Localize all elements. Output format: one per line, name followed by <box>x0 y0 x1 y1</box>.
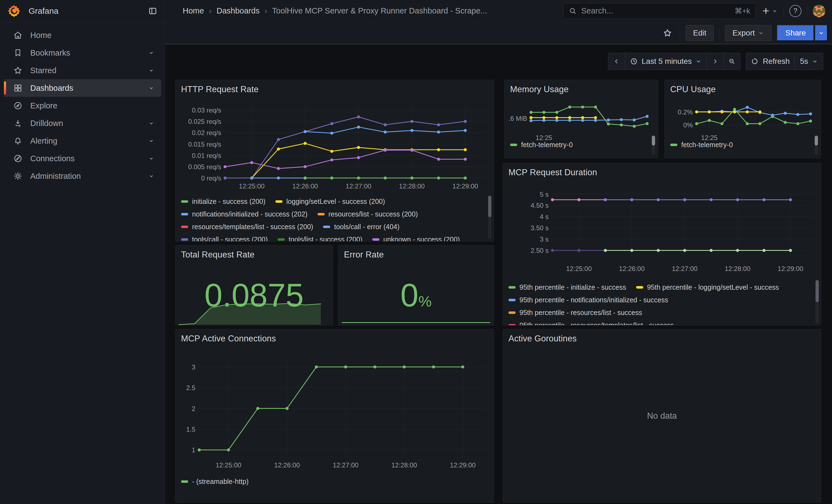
panel-title[interactable]: HTTP Request Rate <box>181 84 259 95</box>
scrollbar-thumb[interactable] <box>815 280 819 302</box>
sidebar-item-alerting[interactable]: Alerting <box>4 132 161 150</box>
breadcrumb-home[interactable]: Home <box>183 6 204 16</box>
data-point <box>403 365 406 368</box>
y-axis-tick: 3 s <box>540 236 549 243</box>
panel-title[interactable]: CPU Usage <box>670 84 716 95</box>
mcp-request-duration-chart[interactable]: 2.50 s3 s3.50 s4 s4.50 s5 s12:25:0012:26… <box>509 179 816 279</box>
panel-title[interactable]: Memory Usage <box>510 84 569 95</box>
data-point <box>411 149 414 152</box>
edit-button[interactable]: Edit <box>686 25 714 41</box>
panel-mcp-request-duration: MCP Request Duration 2.50 s3 s3.50 s4 s4… <box>503 163 821 325</box>
legend-item[interactable]: resources/list - success (200) <box>317 210 418 218</box>
legend-scrollbar[interactable] <box>815 135 818 155</box>
data-point <box>736 249 739 252</box>
help-button[interactable]: ? <box>789 5 802 17</box>
legend-scrollbar[interactable] <box>488 195 491 239</box>
legend-item[interactable]: unknown - success (200) <box>372 236 460 242</box>
data-point <box>277 138 280 141</box>
scrollbar-thumb[interactable] <box>815 136 818 145</box>
legend-label: tools/call - error (404) <box>334 223 399 231</box>
y-axis-tick: 1.5 <box>186 426 196 433</box>
sidebar-item-administration[interactable]: Administration <box>4 167 161 185</box>
y-axis-tick: 0.2% <box>678 108 693 116</box>
legend-item[interactable]: initialize - success (200) <box>181 197 265 206</box>
sidebar-item-explore[interactable]: Explore <box>4 97 161 114</box>
sidebar-item-starred[interactable]: Starred <box>4 62 161 79</box>
legend-item[interactable]: 95th percentile - notifications/initiali… <box>509 296 668 304</box>
sidebar-item-label: Administration <box>30 172 81 181</box>
error-rate-sparkline <box>342 322 490 323</box>
data-point <box>384 123 387 126</box>
legend-scrollbar[interactable] <box>652 135 655 155</box>
sidebar-item-connections[interactable]: Connections <box>4 150 161 167</box>
edit-label: Edit <box>693 29 706 37</box>
share-menu-button[interactable] <box>815 25 828 41</box>
cpu-usage-chart[interactable]: 0.2%0%12:25 <box>669 97 815 140</box>
data-point <box>411 177 414 180</box>
legend-item[interactable]: tools/list - success (200) <box>278 236 362 242</box>
zoom-out-button[interactable] <box>723 53 740 70</box>
panel-title[interactable]: Active Goroutines <box>509 334 577 344</box>
legend-label: 95th percentile - notifications/initiali… <box>519 296 668 304</box>
refresh-group: Refresh 5s <box>746 53 823 70</box>
sidebar-item-bookmarks[interactable]: Bookmarks <box>4 44 161 62</box>
legend-item[interactable]: tools/call - success (200) <box>181 236 268 242</box>
x-axis-tick: 12:28:00 <box>391 461 417 469</box>
panel-title[interactable]: MCP Active Connections <box>181 334 276 344</box>
cpu-legend: fetch-telemetry-0 <box>670 138 811 154</box>
refresh-interval-picker[interactable]: 5s <box>795 53 823 70</box>
sidebar-item-drilldown[interactable]: Drilldown <box>4 114 161 132</box>
scrollbar-thumb[interactable] <box>652 136 655 145</box>
data-point <box>331 158 334 161</box>
stat-value: 0.0875 <box>176 279 333 312</box>
series-swatch-icon <box>181 238 188 241</box>
chevron-down-icon <box>812 58 818 64</box>
legend-scrollbar[interactable] <box>815 280 819 323</box>
refresh-button[interactable]: Refresh <box>746 53 795 70</box>
sidebar-item-dashboards[interactable]: Dashboards <box>4 79 161 97</box>
breadcrumb-dashboards[interactable]: Dashboards <box>216 6 259 16</box>
data-point <box>709 249 712 252</box>
legend-label: - (streamable-http) <box>192 478 249 485</box>
panel-title[interactable]: Total Request Rate <box>181 250 255 260</box>
share-button[interactable]: Share <box>777 25 814 41</box>
legend-item[interactable]: logging/setLevel - success (200) <box>276 197 385 206</box>
user-avatar[interactable] <box>813 5 825 17</box>
search-input[interactable]: Search... ⌘+k <box>563 3 756 19</box>
time-shift-back-button[interactable] <box>608 53 625 70</box>
legend-item[interactable]: 95th percentile - resources/templates/li… <box>509 321 674 326</box>
star-dashboard-button[interactable] <box>660 26 674 40</box>
grafana-logo-icon[interactable] <box>7 4 21 18</box>
time-shift-forward-button[interactable] <box>706 53 723 70</box>
dock-sidebar-icon[interactable] <box>148 7 157 16</box>
chevron-down-icon <box>772 8 778 14</box>
data-point <box>437 158 440 161</box>
legend-item[interactable]: fetch-telemetry-0 <box>670 141 733 149</box>
export-button[interactable]: Export <box>725 25 772 41</box>
legend-item[interactable]: 95th percentile - resources/list - succe… <box>509 309 642 317</box>
legend-item[interactable]: fetch-telemetry-0 <box>510 141 573 149</box>
memory-usage-chart[interactable]: 16 MiB12:25 <box>509 97 652 140</box>
topnav-actions: + ? <box>762 5 825 17</box>
series-line <box>225 117 465 178</box>
panel-title[interactable]: MCP Request Duration <box>509 167 597 178</box>
legend-item[interactable]: - (streamable-http) <box>181 478 249 485</box>
legend-item[interactable]: resources/templates/list - success (200) <box>181 223 313 231</box>
legend-item[interactable]: 95th percentile - initialize - success <box>509 283 626 291</box>
data-point <box>331 150 334 153</box>
http-request-rate-chart[interactable]: 0 req/s0.005 req/s0.01 req/s0.015 req/s0… <box>181 96 489 195</box>
legend-item[interactable]: notifications/initialized - success (202… <box>181 210 308 218</box>
y-axis-tick: 16 MiB <box>509 115 527 122</box>
sidebar-item-home[interactable]: Home <box>4 26 161 44</box>
legend-row: fetch-telemetry-0 <box>510 138 648 151</box>
new-dashboard-button[interactable]: + <box>762 5 778 17</box>
panel-title[interactable]: Error Rate <box>344 250 384 260</box>
legend-item[interactable]: 95th percentile - logging/setLevel - suc… <box>636 283 779 291</box>
data-point <box>304 142 307 145</box>
plug-connections-icon <box>13 154 23 163</box>
mcp-active-connections-chart[interactable]: 11.522.5312:25:0012:26:0012:27:0012:28:0… <box>181 345 489 474</box>
scrollbar-thumb[interactable] <box>488 195 491 217</box>
time-range-picker[interactable]: Last 5 minutes <box>625 53 706 70</box>
data-point <box>411 120 414 123</box>
legend-item[interactable]: tools/call - error (404) <box>323 223 399 231</box>
